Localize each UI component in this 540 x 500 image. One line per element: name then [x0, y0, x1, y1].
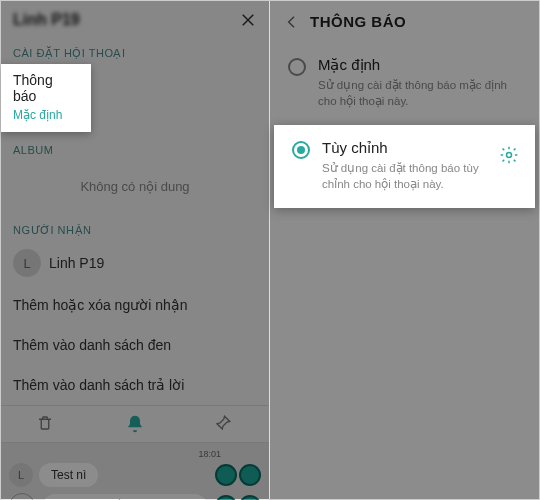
notification-setting-row[interactable]: Thông báo Mặc định [1, 64, 91, 132]
option-description: Sử dụng cài đặt thông báo tùy chỉnh cho … [322, 160, 487, 192]
section-conversation-settings: CÀI ĐẶT HỘI THOẠI [1, 35, 269, 64]
page-title: THÔNG BÁO [310, 13, 406, 30]
notification-value: Mặc định [13, 108, 79, 122]
recipient-row[interactable]: L Linh P19 [1, 241, 269, 285]
radio-unchecked-icon[interactable] [288, 58, 306, 76]
avatar: L [9, 463, 33, 487]
message-timestamp: 18:01 [9, 449, 261, 459]
recipient-name: Linh P19 [49, 255, 104, 271]
bell-icon[interactable] [125, 414, 145, 434]
option-title: Mặc định [318, 56, 523, 74]
audio-icon[interactable] [239, 464, 261, 486]
message-preview-area: 18:01 L Test nì + Nhập tin nhắn [1, 443, 269, 500]
action-add-blacklist[interactable]: Thêm vào danh sách đen [1, 325, 269, 365]
option-default[interactable]: Mặc định Sử dụng cài đặt thông báo mặc đ… [270, 42, 539, 125]
audio-icon[interactable] [215, 464, 237, 486]
gear-icon[interactable] [499, 145, 519, 165]
contact-title: Linh P19 [13, 11, 80, 29]
message-bubble: Test nì [39, 463, 98, 487]
notification-label: Thông báo [13, 72, 79, 104]
option-title: Tùy chỉnh [322, 139, 487, 157]
close-icon[interactable] [239, 11, 257, 29]
option-description: Sử dụng cài đặt thông báo mặc định cho h… [318, 77, 523, 109]
svg-point-0 [507, 153, 512, 158]
pin-icon[interactable] [214, 414, 234, 434]
message-input[interactable]: Nhập tin nhắn [43, 494, 207, 500]
trash-icon[interactable] [36, 414, 56, 434]
option-custom[interactable]: Tùy chỉnh Sử dụng cài đặt thông báo tùy … [274, 125, 535, 208]
section-recipient: NGƯỜI NHẬN [1, 212, 269, 241]
conversation-toolbar [1, 405, 269, 443]
action-add-remove-recipient[interactable]: Thêm hoặc xóa người nhận [1, 285, 269, 325]
back-icon[interactable] [284, 14, 300, 30]
album-empty-state: Không có nội dung [1, 160, 269, 212]
audio-icon[interactable] [215, 495, 237, 500]
action-add-reply-list[interactable]: Thêm vào danh sách trả lời [1, 365, 269, 405]
section-album: ALBUM [1, 132, 269, 160]
add-attachment-button[interactable]: + [9, 493, 35, 500]
avatar: L [13, 249, 41, 277]
audio-icon[interactable] [239, 495, 261, 500]
radio-checked-icon[interactable] [292, 141, 310, 159]
